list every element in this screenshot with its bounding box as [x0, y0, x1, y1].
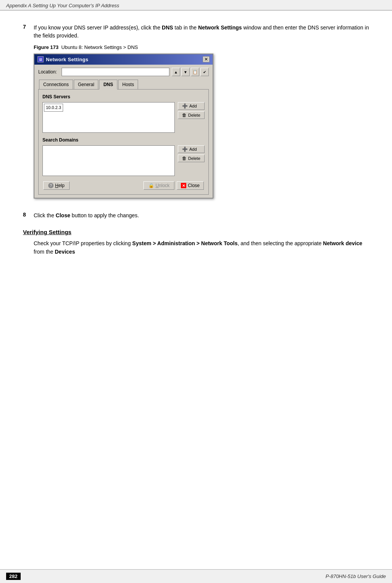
verifying-bold1: System > Administration > Network Tools — [132, 240, 237, 246]
verifying-text-before: Check your TCP/IP properties by clicking — [34, 240, 132, 246]
unlock-button[interactable]: 🔒 Unlock — [143, 181, 175, 190]
footer: 282 P-870HN-51b User's Guide — [0, 569, 392, 583]
step8-bold: Close — [56, 212, 70, 218]
dialog-title: Network Settings — [46, 56, 88, 64]
location-row: Location: ▲ ▼ 📋 ✔ — [38, 68, 209, 76]
header-title: Appendix A Setting Up Your Computer's IP… — [6, 3, 119, 8]
dns-servers-label: DNS Servers — [42, 93, 205, 100]
search-domain-buttons: ➕ Add 🗑 Delete — [178, 145, 205, 176]
close-label: Close — [188, 183, 200, 188]
step-8-number: 8 — [23, 212, 34, 220]
dns-add-icon: ➕ — [182, 103, 188, 109]
search-add-icon: ➕ — [182, 147, 188, 152]
verifying-title: Verifying Settings — [23, 229, 369, 235]
unlock-icon: 🔒 — [148, 183, 154, 188]
step-8-block: 8 Click the Close button to apply the ch… — [23, 212, 369, 220]
dns-buttons: ➕ Add 🗑 Delete — [178, 102, 205, 133]
verifying-text-middle: , and then selecting the appropriate — [237, 240, 323, 246]
step7-bold2: Network Settings — [198, 24, 242, 31]
step8-text-before: Click the — [34, 212, 56, 218]
dialog-titlebar: 🖥 Network Settings ✕ — [34, 54, 213, 65]
main-content: 7 If you know your DNS server IP address… — [0, 16, 392, 264]
verifying-bold3: Devices — [55, 249, 75, 255]
dns-add-label: Add — [189, 104, 197, 108]
dialog-icon: 🖥 — [37, 56, 44, 62]
step7-text-middle1: tab in the — [173, 24, 198, 31]
unlock-label: Unlock — [156, 183, 170, 188]
verifying-text-after: from the — [34, 249, 55, 255]
step-7-text: If you know your DNS server IP address(e… — [34, 24, 369, 205]
dialog-body: Location: ▲ ▼ 📋 ✔ — [34, 65, 213, 198]
footer-right-text: P-870HN-51b User's Guide — [325, 573, 386, 579]
verifying-bold2: Network device — [323, 240, 363, 246]
location-label: Location: — [38, 68, 59, 75]
header-divider — [0, 10, 392, 11]
dns-add-button[interactable]: ➕ Add — [178, 102, 205, 110]
dns-delete-button[interactable]: 🗑 Delete — [178, 111, 205, 119]
dns-delete-label: Delete — [188, 113, 200, 117]
dialog-wrapper: 🖥 Network Settings ✕ Location: — [34, 54, 369, 199]
dialog-close-icon[interactable]: ✕ — [203, 56, 210, 62]
step7-bold1: DNS — [162, 24, 173, 31]
dialog-bottom-buttons: ? Help 🔒 Unlock — [42, 180, 205, 191]
step-7-block: 7 If you know your DNS server IP address… — [23, 24, 369, 205]
dns-list-area[interactable]: 10.0.2.3 — [42, 102, 175, 133]
tabs-row: Connections General DNS Hosts — [38, 79, 209, 89]
tab-general[interactable]: General — [74, 80, 99, 90]
help-label: Help — [55, 183, 65, 188]
step7-text-before: If you know your DNS server IP address(e… — [34, 24, 162, 31]
verifying-text: Check your TCP/IP properties by clicking… — [23, 239, 369, 256]
header-bar: Appendix A Setting Up Your Computer's IP… — [0, 0, 392, 10]
location-spinner-up[interactable]: ▲ — [172, 68, 180, 76]
location-btn-icon1[interactable]: 📋 — [191, 68, 199, 76]
page-container: Appendix A Setting Up Your Computer's IP… — [0, 0, 392, 264]
location-btn-icon2[interactable]: ✔ — [200, 68, 209, 76]
footer-page-number: 282 — [6, 573, 21, 580]
tab-hosts[interactable]: Hosts — [118, 80, 138, 90]
bottom-left-btn: ? Help — [43, 181, 70, 190]
close-x-icon: ✕ — [181, 183, 186, 188]
tab-dns[interactable]: DNS — [99, 80, 117, 90]
help-icon: ? — [48, 183, 54, 188]
tab-content-dns: DNS Servers 10.0.2.3 ➕ Add — [38, 89, 209, 195]
search-domain-add-button[interactable]: ➕ Add — [178, 145, 205, 153]
verifying-section: Verifying Settings Check your TCP/IP pro… — [23, 229, 369, 256]
tab-connections[interactable]: Connections — [39, 80, 73, 90]
location-spinner-down[interactable]: ▼ — [181, 68, 190, 76]
dns-servers-row: 10.0.2.3 ➕ Add 🗑 — [42, 102, 205, 133]
dns-entry-value: 10.0.2.3 — [44, 104, 63, 112]
titlebar-left: 🖥 Network Settings — [37, 56, 88, 64]
dns-delete-icon: 🗑 — [182, 112, 187, 118]
search-domain-delete-button[interactable]: 🗑 Delete — [178, 155, 205, 162]
search-domains-label: Search Domains — [42, 137, 205, 143]
search-domains-area[interactable] — [42, 145, 175, 176]
location-btn-group: ▲ ▼ 📋 ✔ — [172, 68, 209, 76]
help-button[interactable]: ? Help — [43, 181, 70, 190]
network-settings-dialog: 🖥 Network Settings ✕ Location: — [34, 54, 213, 199]
figure-caption: Ubuntu 8: Network Settings > DNS — [61, 44, 138, 50]
close-button[interactable]: ✕ Close — [177, 181, 204, 190]
figure-label: Figure 173 Ubuntu 8: Network Settings > … — [34, 44, 369, 51]
search-domains-row: ➕ Add 🗑 Delete — [42, 145, 205, 176]
bottom-right-btns: 🔒 Unlock ✕ Close — [143, 181, 204, 190]
search-delete-label: Delete — [188, 156, 200, 161]
step-8-text: Click the Close button to apply the chan… — [34, 212, 369, 220]
step8-text-after: button to apply the changes. — [70, 212, 139, 218]
location-input[interactable] — [62, 68, 169, 76]
search-add-label: Add — [189, 147, 197, 151]
step-7-number: 7 — [23, 24, 34, 205]
search-delete-icon: 🗑 — [182, 156, 187, 161]
figure-label-bold: Figure 173 — [34, 44, 59, 50]
